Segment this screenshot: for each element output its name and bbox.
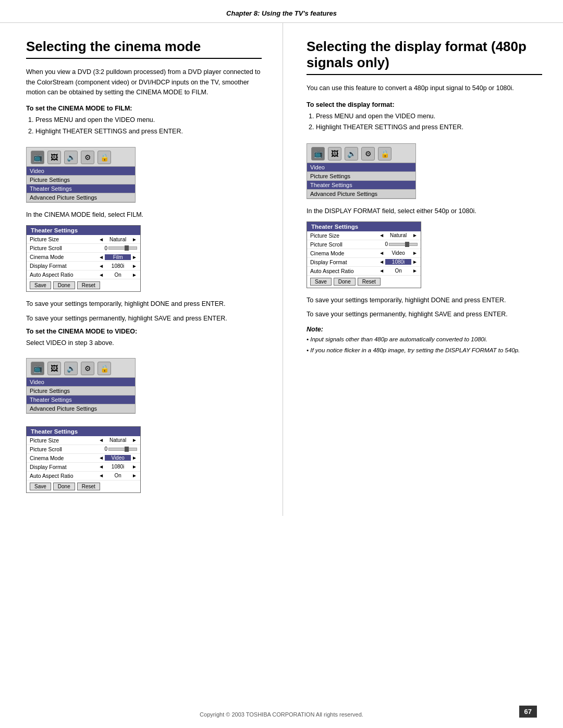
- menu-icon-4b: ⚙: [81, 362, 94, 375]
- theater-box-film: Theater Settings Picture Size ◄ Natural …: [26, 225, 141, 292]
- left-intro: When you view a DVD (3:2 pulldown proces…: [26, 67, 262, 97]
- right-step-1-2: Highlight THEATER SETTINGS and press ENT…: [316, 122, 542, 132]
- menu-item-picture-settings-2: Picture Settings: [27, 387, 135, 396]
- right-step3: In the DISPLAY FORMAT field, select eith…: [307, 206, 542, 216]
- right-step4b: To save your settings permanently, highl…: [307, 310, 542, 319]
- theater-box-video: Theater Settings Picture Size ◄ Natural …: [26, 426, 141, 493]
- theater-header-film: Theater Settings: [27, 226, 140, 235]
- note-line-2: • If you notice flicker in a 480p image,…: [307, 346, 542, 355]
- chapter-title: Chapter 8: Using the TV's features: [226, 9, 337, 17]
- right-intro: You can use this feature to convert a 48…: [307, 83, 542, 93]
- theater-row-size-video: Picture Size ◄ Natural ►: [27, 436, 140, 445]
- menu-icons-bar: 📺 🖼 🔊 ⚙ 🔒: [27, 147, 135, 166]
- menu-item-theater-settings: Theater Settings: [27, 184, 135, 193]
- right-menu-icon-3: 🔊: [345, 147, 358, 161]
- page-wrapper: Chapter 8: Using the TV's features Selec…: [0, 0, 563, 728]
- theater-row-aspect-video: Auto Aspect Ratio ◄ On ►: [27, 472, 140, 480]
- theater-header-1080: Theater Settings: [307, 222, 421, 231]
- left-step4b: To save your settings permanently, highl…: [26, 314, 262, 324]
- page-number: 67: [519, 706, 537, 718]
- theater-row-display-1080: Display Format ◄ 1080i ►: [307, 258, 421, 267]
- theater-row-display-film: Display Format ◄ 1080i ►: [27, 262, 140, 270]
- reset-btn-film[interactable]: Reset: [77, 281, 100, 289]
- right-step-1-1: Press MENU and open the VIDEO menu.: [316, 112, 542, 121]
- right-menu-screenshot: 📺 🖼 🔊 ⚙ 🔒 Video Picture Settings Theater…: [307, 143, 416, 199]
- left-section2-intro: Select VIDEO in step 3 above.: [26, 338, 262, 348]
- menu-icons-bar-2: 📺 🖼 🔊 ⚙ 🔒: [27, 359, 135, 377]
- right-menu-label: Video: [307, 163, 415, 172]
- right-menu-item-picture: Picture Settings: [307, 172, 415, 181]
- left-section-title: Selecting the cinema mode: [26, 39, 262, 59]
- done-btn-video[interactable]: Done: [53, 483, 75, 490]
- menu-body-1: Video Picture Settings Theater Settings …: [27, 166, 135, 202]
- right-steps-1: Press MENU and open the VIDEO menu. High…: [316, 112, 542, 133]
- menu-label-2: Video: [27, 378, 135, 387]
- menu-label: Video: [27, 167, 135, 176]
- theater-buttons-1080: Save Done Reset: [307, 276, 421, 288]
- menu-item-advanced-2: Advanced Picture Settings: [27, 404, 135, 413]
- content-columns: Selecting the cinema mode When you view …: [0, 23, 563, 516]
- note-label: Note:: [307, 326, 323, 333]
- menu-icon-5: 🔒: [97, 151, 111, 164]
- theater-row-cinema-film: Cinema Mode ◄ Film ►: [27, 253, 140, 262]
- right-menu-item-advanced: Advanced Picture Settings: [307, 190, 415, 199]
- done-btn-1080[interactable]: Done: [334, 278, 356, 286]
- theater-row-size-1080: Picture Size ◄ Natural ►: [307, 231, 421, 240]
- right-menu-item-theater: Theater Settings: [307, 181, 415, 190]
- left-menu-screenshot-2: 📺 🖼 🔊 ⚙ 🔒 Video Picture Settings Theater…: [26, 358, 136, 414]
- theater-buttons-film: Save Done Reset: [27, 279, 140, 291]
- right-step4a: To save your settings temporarily, highl…: [307, 295, 542, 305]
- right-menu-icon-5: 🔒: [378, 147, 391, 161]
- left-menu-screenshot-1: 📺 🖼 🔊 ⚙ 🔒 Video Picture Settings Theater…: [26, 147, 136, 203]
- note-section: Note: • Input signals other than 480p ar…: [307, 325, 542, 355]
- save-btn-1080[interactable]: Save: [310, 278, 332, 286]
- reset-btn-video[interactable]: Reset: [77, 483, 100, 490]
- right-menu-icons-bar: 📺 🖼 🔊 ⚙ 🔒: [307, 144, 415, 163]
- menu-icon-video: 📺: [31, 151, 44, 164]
- menu-item-theater-settings-2: Theater Settings: [27, 396, 135, 404]
- menu-icon-video-2: 📺: [31, 362, 44, 375]
- menu-icon-3: 🔊: [64, 151, 78, 164]
- theater-row-scroll-film: Picture Scroll 0: [27, 244, 140, 253]
- menu-icon-4: ⚙: [81, 151, 94, 164]
- left-section1-heading: To set the CINEMA MODE to FILM:: [26, 105, 262, 112]
- theater-buttons-video: Save Done Reset: [27, 480, 140, 492]
- theater-row-cinema-video: Cinema Mode ◄ Video ►: [27, 454, 140, 463]
- theater-box-1080: Theater Settings Picture Size ◄ Natural …: [307, 221, 421, 288]
- left-section2-heading: To set the CINEMA MODE to VIDEO:: [26, 328, 262, 335]
- theater-row-scroll-1080: Picture Scroll 0: [307, 240, 421, 249]
- theater-row-aspect-film: Auto Aspect Ratio ◄ On ►: [27, 270, 140, 279]
- theater-row-aspect-1080: Auto Aspect Ratio ◄ On ►: [307, 267, 421, 276]
- right-menu-icon-2: 🖼: [328, 147, 341, 161]
- left-column: Selecting the cinema mode When you view …: [0, 23, 283, 516]
- theater-row-scroll-video: Picture Scroll 0: [27, 445, 140, 454]
- right-menu-icon-video: 📺: [311, 147, 325, 161]
- theater-row-cinema-1080: Cinema Mode ◄ Video ►: [307, 249, 421, 258]
- save-btn-video[interactable]: Save: [30, 483, 51, 490]
- note-line-1: • Input signals other than 480p are auto…: [307, 335, 542, 344]
- menu-icon-2b: 🖼: [47, 362, 61, 375]
- page-footer: Copyright © 2003 TOSHIBA CORPORATION All…: [0, 711, 563, 718]
- theater-row-display-video: Display Format ◄ 1080i ►: [27, 463, 140, 472]
- menu-icon-2: 🖼: [47, 151, 61, 164]
- menu-item-picture-settings: Picture Settings: [27, 176, 135, 184]
- left-step-1-1: Press MENU and open the VIDEO menu.: [35, 115, 262, 125]
- left-step3-film: In the CINEMA MODE field, select FILM.: [26, 210, 262, 220]
- menu-icon-3b: 🔊: [64, 362, 78, 375]
- left-step-1-2: Highlight THEATER SETTINGS and press ENT…: [35, 127, 262, 137]
- menu-icon-5b: 🔒: [97, 362, 111, 375]
- save-btn-film[interactable]: Save: [30, 281, 51, 289]
- right-menu-icon-4: ⚙: [361, 147, 375, 161]
- footer-copyright: Copyright © 2003 TOSHIBA CORPORATION All…: [0, 711, 563, 718]
- right-column: Selecting the display format (480p signa…: [283, 23, 563, 516]
- left-step4a: To save your settings temporarily, highl…: [26, 299, 262, 309]
- theater-header-video: Theater Settings: [27, 427, 140, 436]
- done-btn-film[interactable]: Done: [53, 281, 75, 289]
- right-section-title: Selecting the display format (480p signa…: [307, 39, 542, 75]
- reset-btn-1080[interactable]: Reset: [358, 278, 381, 286]
- menu-body-2: Video Picture Settings Theater Settings …: [27, 377, 135, 413]
- right-section1-heading: To select the display format:: [307, 101, 542, 108]
- left-steps-1: Press MENU and open the VIDEO menu. High…: [35, 115, 262, 137]
- page-header: Chapter 8: Using the TV's features: [0, 0, 563, 23]
- right-menu-body: Video Picture Settings Theater Settings …: [307, 163, 415, 199]
